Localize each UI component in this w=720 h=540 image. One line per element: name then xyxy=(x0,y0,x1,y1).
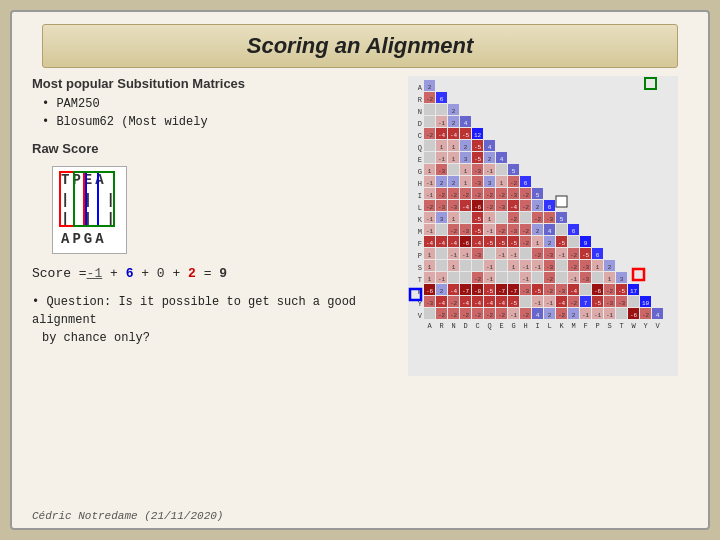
svg-text:H: H xyxy=(418,180,422,188)
svg-text:C: C xyxy=(475,322,479,330)
svg-text:-5: -5 xyxy=(618,288,626,295)
svg-text:-6: -6 xyxy=(462,240,470,247)
svg-rect-347 xyxy=(628,296,639,307)
svg-text:-1: -1 xyxy=(498,252,506,259)
svg-text:-1: -1 xyxy=(546,300,554,307)
svg-text:1: 1 xyxy=(428,168,432,175)
svg-text:P: P xyxy=(418,252,422,260)
svg-text:-3: -3 xyxy=(474,168,482,175)
svg-text:Q: Q xyxy=(418,144,422,152)
right-panel: 2-262-124-2-4-4-512112-54-113-5241-31-3-… xyxy=(408,76,688,376)
slide-title: Scoring an Alignment xyxy=(63,33,657,59)
svg-rect-266 xyxy=(532,272,543,283)
svg-text:-2: -2 xyxy=(498,192,506,199)
svg-text:6: 6 xyxy=(524,180,528,187)
svg-rect-132 xyxy=(460,212,471,223)
svg-text:1: 1 xyxy=(452,216,456,223)
svg-text:-2: -2 xyxy=(570,300,578,307)
svg-text:2: 2 xyxy=(608,264,612,271)
svg-text:-5: -5 xyxy=(534,288,542,295)
svg-text:-5: -5 xyxy=(510,300,518,307)
svg-text:6: 6 xyxy=(572,228,576,235)
svg-text:-3: -3 xyxy=(474,252,482,259)
svg-text:-1: -1 xyxy=(438,156,446,163)
svg-text:E: E xyxy=(499,322,503,330)
svg-text:-1: -1 xyxy=(534,300,542,307)
svg-text:2: 2 xyxy=(536,204,540,211)
svg-text:-4: -4 xyxy=(510,204,518,211)
svg-text:2: 2 xyxy=(464,144,468,151)
svg-text:D: D xyxy=(463,322,467,330)
svg-text:6: 6 xyxy=(596,252,600,259)
svg-text:-1: -1 xyxy=(582,312,590,319)
svg-text:-1: -1 xyxy=(486,264,494,271)
svg-rect-137 xyxy=(496,212,507,223)
svg-text:-2: -2 xyxy=(606,288,614,295)
svg-text:-4: -4 xyxy=(438,132,446,139)
svg-text:-6: -6 xyxy=(594,288,602,295)
svg-text:-7: -7 xyxy=(498,288,506,295)
score-6: 6 xyxy=(126,266,134,281)
svg-rect-305 xyxy=(580,284,591,295)
svg-rect-381 xyxy=(616,308,627,319)
svg-text:-2: -2 xyxy=(462,312,470,319)
svg-rect-140 xyxy=(520,212,531,223)
svg-text:-1: -1 xyxy=(486,168,494,175)
svg-text:-2: -2 xyxy=(486,192,494,199)
svg-text:G: G xyxy=(418,168,422,176)
svg-text:-1: -1 xyxy=(510,252,518,259)
svg-text:-1: -1 xyxy=(426,180,434,187)
svg-text:-1: -1 xyxy=(486,228,494,235)
svg-text:-1: -1 xyxy=(438,120,446,127)
svg-text:-1: -1 xyxy=(450,252,458,259)
svg-rect-8 xyxy=(436,104,447,115)
svg-text:-2: -2 xyxy=(546,288,554,295)
svg-text:4: 4 xyxy=(500,156,504,163)
svg-text:-2: -2 xyxy=(426,96,434,103)
svg-text:2: 2 xyxy=(440,180,444,187)
svg-rect-330 xyxy=(520,296,531,307)
svg-text:-2: -2 xyxy=(486,204,494,211)
svg-text:-3: -3 xyxy=(546,252,554,259)
svg-text:1: 1 xyxy=(440,144,444,151)
svg-text:-2: -2 xyxy=(522,204,530,211)
svg-text:2: 2 xyxy=(440,288,444,295)
svg-text:-4: -4 xyxy=(486,300,494,307)
svg-text:-3: -3 xyxy=(618,300,626,307)
svg-text:-5: -5 xyxy=(582,252,590,259)
svg-rect-28 xyxy=(424,140,435,151)
svg-text:-6: -6 xyxy=(474,204,482,211)
svg-text:1: 1 xyxy=(452,156,456,163)
svg-text:-1: -1 xyxy=(510,312,518,319)
svg-text:-3: -3 xyxy=(582,264,590,271)
svg-text:E: E xyxy=(418,156,422,164)
svg-text:-5: -5 xyxy=(594,300,602,307)
svg-text:-3: -3 xyxy=(582,276,590,283)
svg-rect-200 xyxy=(436,248,447,259)
svg-rect-231 xyxy=(472,260,483,271)
svg-text:-5: -5 xyxy=(558,240,566,247)
svg-text:-7: -7 xyxy=(462,288,470,295)
svg-rect-195 xyxy=(568,236,579,247)
svg-text:4: 4 xyxy=(656,312,660,319)
svg-text:-1: -1 xyxy=(426,192,434,199)
svg-text:-3: -3 xyxy=(546,264,554,271)
score-0: 0 xyxy=(157,266,165,281)
svg-text:-2: -2 xyxy=(498,228,506,235)
svg-text:-3: -3 xyxy=(474,180,482,187)
title-bar: Scoring an Alignment xyxy=(42,24,678,68)
question-section: • Question: Is it possible to get such a… xyxy=(32,293,398,347)
svg-text:-2: -2 xyxy=(510,180,518,187)
svg-text:3: 3 xyxy=(488,180,492,187)
svg-text:-2: -2 xyxy=(450,312,458,319)
svg-text:C: C xyxy=(418,132,422,140)
svg-text:-4: -4 xyxy=(426,240,434,247)
svg-text:5: 5 xyxy=(512,168,516,175)
score-2: 2 xyxy=(188,266,196,281)
svg-text:3: 3 xyxy=(620,276,624,283)
svg-rect-7 xyxy=(424,104,435,115)
svg-text:17: 17 xyxy=(630,288,638,295)
svg-text:F: F xyxy=(418,240,422,248)
svg-text:-2: -2 xyxy=(450,300,458,307)
svg-text:-2: -2 xyxy=(438,192,446,199)
